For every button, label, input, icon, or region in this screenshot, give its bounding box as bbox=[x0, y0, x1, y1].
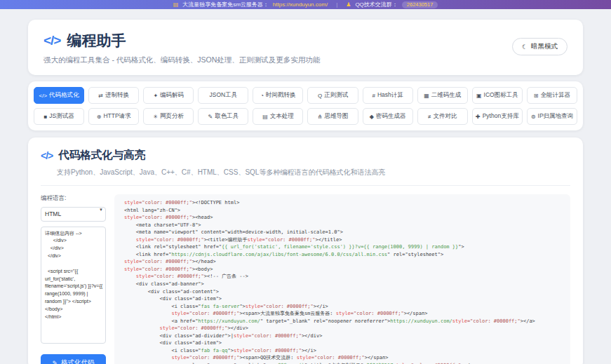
app-header: </> 编程助手 强大的编程工具集合 - 代码格式化、编码转换、JSON处理、正… bbox=[28, 20, 583, 75]
tab-code-format[interactable]: </>代码格式化 bbox=[34, 87, 84, 104]
tab-label: 取色工具 bbox=[215, 112, 239, 121]
language-select[interactable]: HTML bbox=[41, 207, 106, 222]
language-label: 编程语言: bbox=[41, 194, 106, 203]
python-libs-icon: ✚ bbox=[476, 114, 481, 120]
code-line: <div class="ad-content"> bbox=[124, 288, 560, 296]
code-line: <link href="https://cdnjs.cloudflare.com… bbox=[124, 251, 560, 259]
tab-label: 网页分析 bbox=[160, 112, 184, 121]
tab-mind-map[interactable]: ⋔思维导图 bbox=[307, 108, 358, 125]
base-convert-icon: ⇄ bbox=[98, 93, 103, 99]
password-gen-icon: ◆ bbox=[370, 114, 374, 120]
tab-label: JSON工具 bbox=[210, 91, 238, 100]
code-line: style="color: #0000ff;"></head> bbox=[124, 258, 560, 266]
tab-web-analyze[interactable]: ✳网页分析 bbox=[143, 108, 194, 125]
tab-python-libs[interactable]: ✚Python支持库 bbox=[472, 108, 523, 125]
code-line: style="color: #0000ff;"></div> bbox=[124, 325, 560, 332]
page-title: 编程助手 bbox=[67, 31, 126, 50]
code-line: style="color: #0000ff;"><head> bbox=[124, 214, 560, 222]
tab-label: 进制转换 bbox=[105, 91, 129, 100]
js-tester-icon: ■ bbox=[43, 114, 47, 120]
tool-tabs-card: </>代码格式化⇄进制转换✦编码解码JSON工具◔时间戳转换Q正则测试#Hash… bbox=[28, 81, 583, 130]
tool-sidebar: 编程语言: HTML ▼ ✎ 格式化代码 bbox=[41, 194, 106, 364]
dark-mode-label: 暗黑模式 bbox=[531, 42, 558, 51]
code-line: style="color: #0000ff;"><span>QQ技术交流群: s… bbox=[124, 354, 560, 362]
tab-qrcode-gen[interactable]: ▦二维码生成 bbox=[417, 87, 468, 104]
tab-label: Hash计算 bbox=[377, 91, 403, 100]
tab-label: 代码格式化 bbox=[49, 91, 79, 100]
ip-lookup-icon: ⊚ bbox=[531, 114, 536, 120]
tab-ip-lookup[interactable]: ⊚IP归属地查询 bbox=[527, 108, 577, 125]
text-process-icon: ▤ bbox=[262, 114, 268, 120]
dark-mode-button[interactable]: ☾ 暗黑模式 bbox=[512, 38, 568, 55]
moon-icon: ☾ bbox=[522, 43, 528, 50]
tab-label: 编码解码 bbox=[160, 91, 184, 100]
code-line: style="color: #0000ff;"><!-- 广告条 --> bbox=[124, 273, 560, 281]
http-request-icon: ⊕ bbox=[97, 114, 102, 120]
code-line: <i class="fas fa-server">style="color: #… bbox=[124, 303, 560, 311]
tab-encode-decode[interactable]: ✦编码解码 bbox=[143, 87, 194, 104]
code-line: <link rel="stylesheet" href="{{ url_for(… bbox=[124, 243, 560, 251]
regex-test-icon: Q bbox=[318, 93, 322, 99]
tab-label: 正则测试 bbox=[324, 91, 348, 100]
code-line: <a href="https://xunduyun.com/" target="… bbox=[124, 318, 560, 325]
tab-label: 时间戳转换 bbox=[266, 91, 296, 100]
code-line: <div class="ad-item"> bbox=[124, 339, 560, 347]
tab-label: Python支持库 bbox=[483, 112, 519, 121]
tab-label: 文本处理 bbox=[270, 112, 294, 121]
encode-decode-icon: ✦ bbox=[153, 93, 158, 99]
qrcode-gen-icon: ▦ bbox=[424, 93, 429, 99]
calculator-icon: ⊞ bbox=[534, 93, 539, 99]
tab-calculator[interactable]: ⊞全能计算器 bbox=[527, 87, 577, 104]
tab-json-tools[interactable]: JSON工具 bbox=[198, 87, 248, 104]
tab-label: IP归属地查询 bbox=[538, 112, 574, 121]
top-promo-bar: ▤ 大流量独享免备案免sm云服务器： https://xunduyun.com/… bbox=[0, 0, 611, 9]
promo-text: 大流量独享免备案免sm云服务器： bbox=[182, 1, 269, 8]
tool-subtitle: 支持Python、JavaScript、Java、C++、C#、HTML、CSS… bbox=[57, 168, 570, 177]
web-analyze-icon: ✳ bbox=[153, 114, 158, 120]
tool-code-icon: </> bbox=[41, 150, 53, 161]
tab-password-gen[interactable]: ◆密码生成器 bbox=[363, 108, 413, 125]
code-line: <meta name="viewport" content="width=dev… bbox=[124, 229, 560, 236]
code-format-icon: </> bbox=[39, 93, 48, 99]
pen-icon: ✎ bbox=[52, 360, 58, 364]
topbar-separator: | bbox=[336, 1, 337, 8]
tab-label: ICO图标工具 bbox=[484, 91, 518, 100]
code-line: <div class="ad-divider">|style="color: #… bbox=[124, 332, 560, 340]
qq-group-label: QQ技术交流群： bbox=[355, 1, 397, 8]
tab-timestamp[interactable]: ◔时间戳转换 bbox=[253, 87, 303, 104]
tab-color-picker[interactable]: ✎取色工具 bbox=[198, 108, 248, 125]
color-picker-icon: ✎ bbox=[208, 114, 213, 120]
qq-icon: ♟ bbox=[346, 1, 351, 8]
code-line: style="color: #0000ff;"><!DOCTYPE html> bbox=[124, 199, 560, 207]
tab-http-request[interactable]: ⊕HTTP请求 bbox=[88, 108, 139, 125]
timestamp-icon: ◔ bbox=[260, 93, 264, 99]
tool-tabs-grid: </>代码格式化⇄进制转换✦编码解码JSON工具◔时间戳转换Q正则测试#Hash… bbox=[34, 87, 577, 125]
code-line: style="color: #0000ff;"><title>编程助手style… bbox=[124, 236, 560, 244]
tab-base-convert[interactable]: ⇄进制转换 bbox=[88, 87, 139, 104]
server-icon: ▤ bbox=[173, 1, 179, 8]
tab-label: JS测试器 bbox=[49, 112, 74, 121]
app-logo-code-icon: </> bbox=[43, 33, 60, 48]
tab-text-process[interactable]: ▤文本处理 bbox=[253, 108, 303, 125]
tab-label: 全能计算器 bbox=[541, 91, 571, 100]
tab-hash-calc[interactable]: #Hash计算 bbox=[363, 87, 413, 104]
code-line: style="color: #0000ff;"><body> bbox=[124, 266, 560, 274]
hash-calc-icon: # bbox=[372, 93, 375, 99]
qq-group-number-badge[interactable]: 262430517 bbox=[402, 1, 438, 8]
code-format-tool-card: </> 代码格式化与高亮 支持Python、JavaScript、Java、C+… bbox=[28, 137, 583, 364]
promo-link[interactable]: https://xunduyun.com/ bbox=[273, 1, 328, 8]
tab-label: 文件对比 bbox=[433, 112, 457, 121]
tab-label: 密码生成器 bbox=[376, 112, 406, 121]
tool-title: 代码格式化与高亮 bbox=[58, 148, 145, 163]
code-input-textarea[interactable] bbox=[41, 227, 106, 344]
divider bbox=[41, 185, 570, 186]
tab-regex-test[interactable]: Q正则测试 bbox=[307, 87, 358, 104]
tab-js-tester[interactable]: ■JS测试器 bbox=[34, 108, 84, 125]
tab-file-diff[interactable]: ≠文件对比 bbox=[417, 108, 468, 125]
format-code-button[interactable]: ✎ 格式化代码 bbox=[41, 354, 106, 364]
tab-label: 思维导图 bbox=[324, 112, 348, 121]
file-diff-icon: ≠ bbox=[428, 114, 431, 120]
ico-tools-icon: ▣ bbox=[476, 93, 482, 99]
tab-ico-tools[interactable]: ▣ICO图标工具 bbox=[472, 87, 523, 104]
code-line: <div class="ad-item"> bbox=[124, 295, 560, 303]
